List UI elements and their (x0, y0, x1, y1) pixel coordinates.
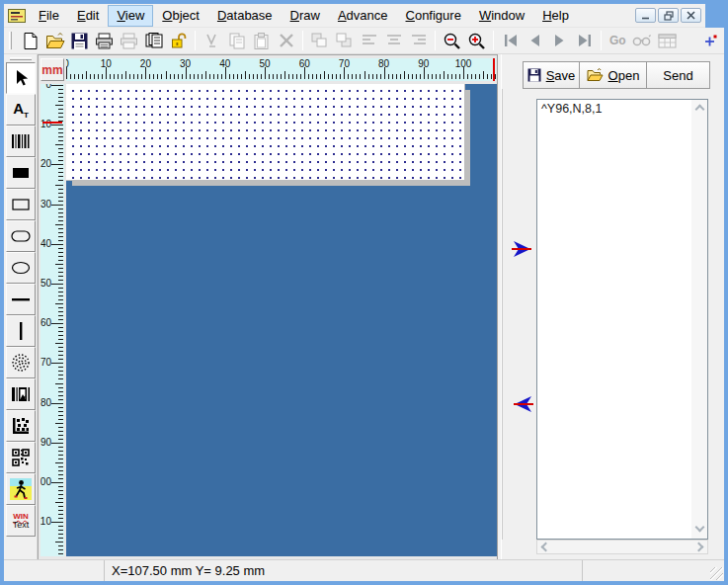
ruler-tick (253, 74, 254, 79)
menu-help[interactable]: Help (533, 5, 578, 27)
vertical-scrollbar[interactable] (691, 100, 707, 539)
insert-right-arrow-icon[interactable] (511, 237, 534, 261)
ruler-tick (380, 74, 381, 79)
ruler-tick (55, 343, 63, 344)
wintext-tool[interactable]: WINText (6, 505, 36, 537)
print-preview-button[interactable] (117, 30, 141, 52)
previous-record-button[interactable] (523, 30, 547, 52)
label-area[interactable] (66, 84, 464, 180)
ruler-unit-button[interactable]: mm (40, 58, 64, 81)
close-button[interactable] (681, 8, 701, 23)
ruler-label: 60 (40, 317, 51, 328)
vertical-line-tool[interactable] (6, 315, 36, 347)
rounded-box-tool[interactable] (6, 220, 36, 252)
ruler-tick (58, 538, 63, 539)
scroll-right-icon[interactable] (694, 543, 704, 552)
menu-configure[interactable]: Configure (397, 5, 470, 27)
open-file-button[interactable] (42, 30, 67, 52)
menu-object[interactable]: Object (153, 5, 208, 27)
picture-tool[interactable] (6, 473, 36, 505)
horizontal-line-tool[interactable] (6, 284, 36, 315)
ruler-tick (58, 201, 63, 202)
ruler-tick (58, 315, 63, 316)
palette-drag-handle[interactable] (10, 57, 32, 60)
print-button[interactable] (92, 30, 117, 52)
last-record-icon (577, 34, 593, 47)
menu-view[interactable]: View (108, 5, 153, 27)
menu-edit[interactable]: Edit (68, 5, 108, 27)
ruler-tick (483, 71, 484, 79)
save-button-toolbar[interactable] (67, 30, 92, 52)
horizontal-scrollbar[interactable] (536, 540, 708, 554)
menu-database[interactable]: Database (208, 5, 282, 27)
align-left-button[interactable] (357, 30, 381, 52)
qrcode-tool[interactable] (6, 442, 36, 473)
box-tool[interactable] (6, 189, 36, 220)
last-record-button[interactable] (572, 30, 597, 52)
open-button[interactable]: Open (580, 61, 647, 89)
filled-box-tool[interactable] (6, 157, 36, 189)
menu-draw[interactable]: Draw (282, 5, 329, 27)
new-document-button[interactable] (18, 30, 42, 52)
pointer-tool[interactable] (6, 62, 36, 94)
toolbar-separator (601, 31, 602, 50)
align-right-button[interactable] (406, 30, 431, 52)
ellipse-tool[interactable] (6, 252, 36, 284)
datamatrix-tool[interactable] (6, 410, 36, 442)
delete-button[interactable] (274, 30, 298, 52)
paste-button[interactable] (200, 30, 224, 52)
print-preview-icon (120, 33, 138, 49)
next-record-button[interactable] (547, 30, 572, 52)
minimize-button[interactable] (635, 8, 656, 23)
align-left-icon (362, 34, 377, 47)
ruler-tick (51, 443, 63, 444)
command-textarea[interactable]: ^Y96,N,8,1 (536, 99, 708, 540)
next-record-icon (553, 34, 566, 47)
label-document-icon[interactable] (4, 9, 30, 23)
text-tool[interactable]: AT (6, 94, 36, 125)
scroll-left-icon[interactable] (541, 543, 551, 552)
toolbar-drag-handle[interactable] (9, 32, 12, 49)
first-record-button[interactable] (498, 30, 523, 52)
bring-to-front-button[interactable] (332, 30, 357, 52)
menu-file[interactable]: File (30, 5, 68, 27)
zoom-out-button[interactable] (440, 30, 464, 52)
save-button[interactable]: Save (523, 61, 580, 89)
copy-button[interactable] (224, 30, 249, 52)
ruler-tick (332, 74, 333, 79)
design-canvas[interactable] (66, 84, 498, 556)
send-button[interactable]: Send (647, 61, 710, 89)
scroll-down-icon[interactable] (695, 523, 705, 533)
glasses-button[interactable] (630, 30, 655, 52)
go-button[interactable]: Go (606, 34, 630, 47)
ruler-tick (153, 74, 154, 79)
database-grid-button[interactable] (655, 30, 680, 52)
insert-point-button[interactable] (697, 30, 722, 52)
insert-left-arrow-icon[interactable] (511, 392, 534, 416)
restore-button[interactable] (658, 8, 679, 23)
ruler-tick (58, 311, 63, 312)
scroll-up-icon[interactable] (695, 105, 705, 115)
resize-grip[interactable] (710, 567, 723, 580)
align-center-button[interactable] (381, 30, 406, 52)
ruler-label: 100 (455, 58, 472, 69)
send-to-back-button[interactable] (307, 30, 332, 52)
menu-advance[interactable]: Advance (329, 5, 397, 27)
ruler-tick (487, 74, 488, 79)
ruler-tick (74, 74, 75, 79)
ruler-tick (348, 74, 349, 79)
ruler-label: 0 (66, 58, 69, 69)
menu-window[interactable]: Window (470, 5, 533, 27)
ruler-label: 100 (40, 476, 51, 487)
ruler-tick (58, 228, 63, 229)
ruler-tick (412, 74, 413, 79)
ruler-tick (55, 224, 63, 225)
zoom-in-button[interactable] (464, 30, 489, 52)
unlock-button[interactable] (166, 30, 191, 52)
image-barcode-tool[interactable] (6, 378, 36, 410)
maxicode-tool[interactable] (6, 347, 36, 378)
clipboard-button[interactable] (249, 30, 274, 52)
barcode-tool[interactable] (6, 125, 36, 157)
copies-button[interactable] (141, 30, 166, 52)
open-file-icon (45, 33, 65, 49)
